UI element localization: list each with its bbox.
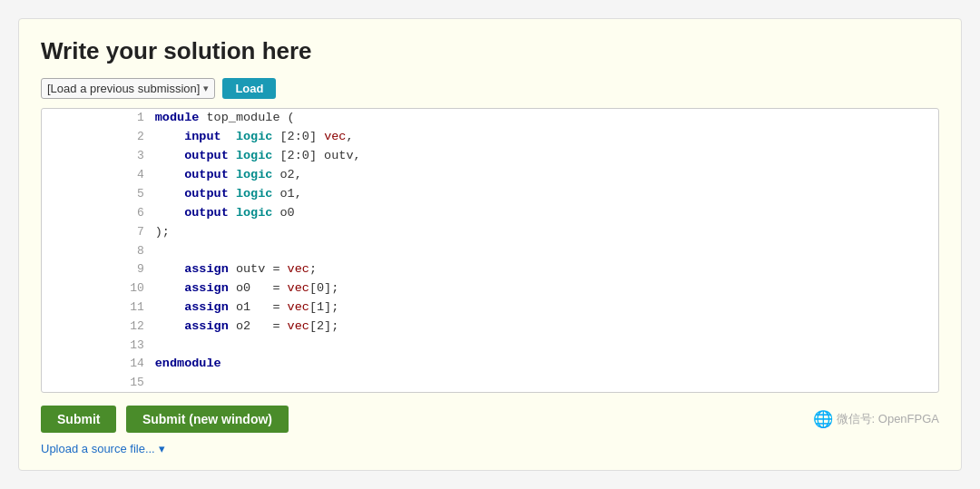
line-code: module top_module ( (153, 109, 938, 128)
line-code: output logic o1, (153, 185, 938, 204)
upload-arrow-icon: ▾ (159, 442, 165, 455)
table-row: 5 output logic o1, (42, 185, 938, 204)
dropdown-arrow-icon: ▾ (203, 83, 209, 94)
submit-button[interactable]: Submit (41, 406, 116, 433)
load-button[interactable]: Load (222, 78, 276, 99)
toolbar: [Load a previous submission] ▾ Load (41, 78, 939, 99)
dropdown-label: [Load a previous submission] (47, 82, 200, 95)
table-row: 6 output logic o0 (42, 204, 938, 223)
table-row: 4 output logic o2, (42, 166, 938, 185)
line-number: 11 (42, 298, 153, 318)
line-code (153, 374, 938, 392)
table-row: 9 assign outv = vec; (42, 260, 938, 279)
table-row: 11 assign o1 = vec[1]; (42, 298, 938, 318)
line-number: 3 (42, 147, 153, 166)
line-code: output logic o2, (153, 166, 938, 185)
line-code: assign o0 = vec[0]; (153, 279, 938, 298)
line-number: 9 (42, 260, 153, 279)
line-number: 6 (42, 204, 153, 223)
submit-buttons: Submit Submit (new window) (41, 406, 289, 433)
watermark-text: 微信号: OpenFPGA (837, 411, 939, 427)
watermark-icon: 🌐 (813, 409, 833, 429)
table-row: 14 endmodule (42, 355, 938, 374)
line-number: 2 (42, 128, 153, 147)
bottom-bar: Submit Submit (new window) 🌐 微信号: OpenFP… (41, 406, 939, 433)
upload-link[interactable]: Upload a source file... ▾ (41, 442, 939, 455)
line-number: 7 (42, 223, 153, 242)
line-code: output logic o0 (153, 204, 938, 223)
line-code (153, 242, 938, 260)
line-code: assign o2 = vec[2]; (153, 318, 938, 337)
code-editor[interactable]: 1 module top_module ( 2 input logic [2:0… (41, 108, 939, 392)
line-number: 8 (42, 242, 153, 260)
line-number: 1 (42, 109, 153, 128)
table-row: 2 input logic [2:0] vec, (42, 128, 938, 147)
table-row: 10 assign o0 = vec[0]; (42, 279, 938, 298)
line-code: ); (153, 223, 938, 242)
line-number: 5 (42, 185, 153, 204)
upload-label: Upload a source file... (41, 442, 155, 455)
line-code (153, 337, 938, 355)
line-code: output logic [2:0] outv, (153, 147, 938, 166)
line-number: 12 (42, 318, 153, 337)
line-number: 14 (42, 355, 153, 374)
page-title: Write your solution here (41, 37, 939, 65)
table-row: 13 (42, 337, 938, 355)
main-container: Write your solution here [Load a previou… (18, 18, 962, 470)
table-row: 7 ); (42, 223, 938, 242)
line-number: 10 (42, 279, 153, 298)
line-code: endmodule (153, 355, 938, 374)
line-code: input logic [2:0] vec, (153, 128, 938, 147)
table-row: 8 (42, 242, 938, 260)
submission-dropdown[interactable]: [Load a previous submission] ▾ (41, 78, 215, 99)
line-number: 15 (42, 374, 153, 392)
table-row: 15 (42, 374, 938, 392)
line-code: assign o1 = vec[1]; (153, 298, 938, 318)
watermark: 🌐 微信号: OpenFPGA (813, 409, 939, 429)
upload-section: Upload a source file... ▾ (41, 442, 939, 455)
table-row: 3 output logic [2:0] outv, (42, 147, 938, 166)
line-number: 13 (42, 337, 153, 355)
table-row: 1 module top_module ( (42, 109, 938, 128)
submit-new-button[interactable]: Submit (new window) (126, 406, 289, 433)
code-table: 1 module top_module ( 2 input logic [2:0… (42, 109, 938, 391)
line-number: 4 (42, 166, 153, 185)
line-code: assign outv = vec; (153, 260, 938, 279)
table-row: 12 assign o2 = vec[2]; (42, 318, 938, 337)
